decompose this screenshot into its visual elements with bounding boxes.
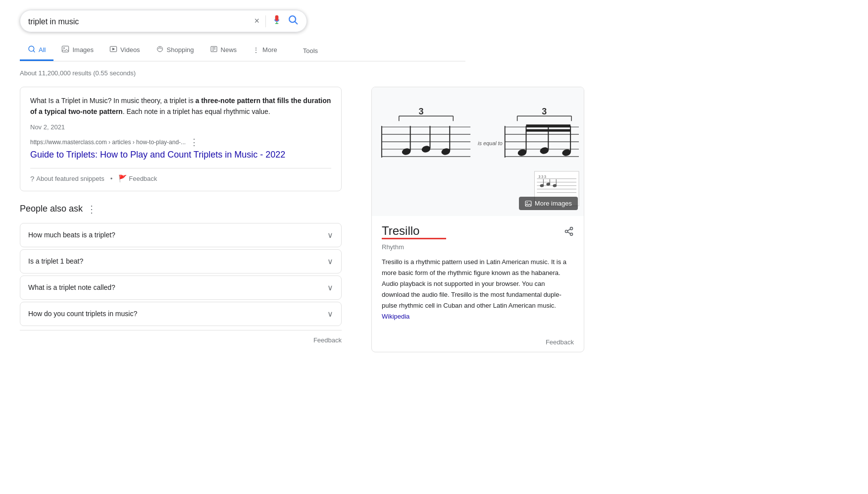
- snippet-footer: ? About featured snippets • 🚩 Feedback: [30, 168, 331, 183]
- paa-question: How much beats is a triplet?: [28, 231, 115, 239]
- snippet-text: What Is a Triplet in Music? In music the…: [30, 95, 331, 117]
- featured-snippet: What Is a Triplet in Music? In music the…: [20, 87, 342, 191]
- tab-all-label: All: [39, 46, 46, 54]
- svg-point-64: [570, 227, 573, 230]
- snippet-feedback-link[interactable]: 🚩 Feedback: [118, 174, 157, 182]
- tab-news-label: News: [221, 46, 237, 54]
- question-circle-icon: ?: [30, 174, 34, 183]
- svg-text:3: 3: [542, 107, 547, 116]
- divider: [265, 15, 266, 27]
- more-images-label: More images: [535, 200, 572, 207]
- svg-point-66: [570, 233, 573, 235]
- svg-text:is equal to: is equal to: [478, 140, 503, 146]
- svg-marker-7: [112, 48, 115, 50]
- svg-point-8: [157, 47, 162, 52]
- svg-point-5: [63, 48, 65, 49]
- paa-more-icon[interactable]: ⋮: [87, 203, 97, 215]
- nav-tabs: All Images Videos Shopping News: [20, 40, 465, 61]
- knowledge-title: Tresillo: [382, 224, 446, 238]
- svg-text:3: 3: [419, 107, 424, 116]
- tab-all[interactable]: All: [20, 40, 53, 61]
- wikipedia-link[interactable]: Wikipedia: [382, 313, 409, 320]
- bottom-feedback[interactable]: Feedback: [20, 330, 342, 350]
- paa-item[interactable]: What is a triplet note called? ∨: [20, 275, 342, 300]
- snippet-url-text: https://www.masterclass.com › articles ›…: [30, 139, 186, 146]
- paa-chevron-3: ∨: [327, 309, 333, 319]
- snippet-feedback-label: Feedback: [129, 175, 157, 182]
- snippet-link[interactable]: Guide to Triplets: How to Play and Count…: [30, 150, 285, 160]
- paa-item[interactable]: How much beats is a triplet? ∨: [20, 223, 342, 247]
- tab-news[interactable]: News: [202, 40, 245, 61]
- news-icon: [210, 45, 218, 55]
- paa-item[interactable]: How do you count triplets in music? ∨: [20, 302, 342, 326]
- paa-item[interactable]: Is a triplet 1 beat? ∨: [20, 249, 342, 274]
- snippet-more-icon[interactable]: ⋮: [190, 137, 199, 148]
- search-bar: ×: [20, 10, 307, 32]
- shopping-icon: [156, 45, 164, 55]
- svg-point-65: [565, 230, 568, 233]
- snippet-url: https://www.masterclass.com › articles ›…: [30, 137, 331, 148]
- share-icon[interactable]: [564, 226, 574, 239]
- all-icon: [28, 45, 36, 55]
- tab-more-label: More: [262, 46, 277, 54]
- dot-separator: •: [110, 175, 113, 182]
- feedback-icon: 🚩: [118, 174, 127, 182]
- about-snippets-link[interactable]: ? About featured snippets: [30, 174, 104, 183]
- knowledge-description: Tresillo is a rhythmic pattern used in L…: [382, 257, 574, 323]
- search-input[interactable]: [28, 17, 250, 26]
- knowledge-image: 3 is equal to: [372, 87, 584, 216]
- svg-line-3: [33, 51, 35, 52]
- search-icons: ×: [254, 14, 299, 28]
- tab-shopping[interactable]: Shopping: [148, 40, 202, 61]
- results-info: About 11,200,000 results (0.55 seconds): [20, 69, 848, 77]
- videos-icon: [109, 45, 117, 55]
- paa-chevron-0: ∨: [327, 230, 333, 240]
- knowledge-feedback[interactable]: Feedback: [372, 334, 584, 352]
- knowledge-body: Tresillo Rhythm Tresillo is a rhythmic p…: [372, 216, 584, 334]
- tools-button[interactable]: Tools: [295, 42, 326, 59]
- paa-title: People also ask: [20, 204, 83, 214]
- images-icon: [61, 45, 69, 55]
- right-column: 3 is equal to: [371, 87, 584, 352]
- more-dots-icon: ⋮: [253, 46, 259, 54]
- snippet-text-before: What Is a Triplet in Music? In music the…: [30, 97, 196, 105]
- search-button[interactable]: [288, 14, 299, 28]
- svg-text:3    3    3: 3 3 3: [538, 175, 546, 178]
- paa-header: People also ask ⋮: [20, 203, 342, 215]
- search-bar-container: ×: [20, 10, 317, 32]
- tab-more[interactable]: ⋮ More: [245, 41, 285, 60]
- svg-line-68: [567, 229, 570, 230]
- knowledge-title-row: Tresillo: [382, 224, 574, 241]
- svg-point-63: [526, 202, 527, 203]
- tab-videos-label: Videos: [120, 46, 140, 54]
- paa-section: People also ask ⋮ How much beats is a tr…: [20, 203, 342, 350]
- knowledge-subtitle: Rhythm: [382, 243, 574, 251]
- svg-line-1: [295, 21, 297, 24]
- svg-rect-4: [62, 46, 69, 52]
- knowledge-title-group: Tresillo: [382, 224, 446, 241]
- tab-images-label: Images: [72, 46, 94, 54]
- paa-question: What is a triplet note called?: [28, 283, 115, 291]
- about-snippets-label: About featured snippets: [36, 175, 104, 182]
- tab-images[interactable]: Images: [53, 40, 102, 61]
- paa-question: Is a triplet 1 beat?: [28, 257, 83, 265]
- snippet-date: Nov 2, 2021: [30, 123, 331, 131]
- knowledge-underline: [382, 238, 446, 239]
- paa-chevron-2: ∨: [327, 283, 333, 292]
- voice-icon[interactable]: [272, 15, 282, 27]
- more-images-button[interactable]: More images: [519, 197, 578, 210]
- paa-question: How do you count triplets in music?: [28, 310, 137, 318]
- tab-shopping-label: Shopping: [167, 46, 194, 54]
- clear-icon[interactable]: ×: [254, 16, 259, 26]
- snippet-text-after: . Each note in a triplet has equal rhyth…: [123, 108, 270, 115]
- tab-videos[interactable]: Videos: [102, 40, 148, 61]
- svg-line-67: [567, 232, 570, 233]
- left-column: What Is a Triplet in Music? In music the…: [20, 87, 342, 350]
- knowledge-card: 3 is equal to: [371, 87, 584, 352]
- main-layout: What Is a Triplet in Music? In music the…: [20, 87, 848, 352]
- paa-chevron-1: ∨: [327, 257, 333, 266]
